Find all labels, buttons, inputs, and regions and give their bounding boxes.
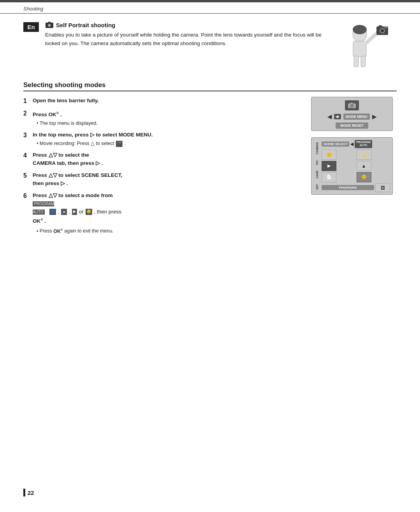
- section-title-bar: Selecting shooting modes: [23, 81, 397, 91]
- scene-icons-grid: 🙂 🌙 ▶ ▲ 📄 😊: [322, 150, 390, 182]
- auto-label: AUTO: [356, 144, 371, 147]
- page-container: Shooting En Self Portrait shooting Enabl…: [0, 0, 420, 512]
- step-6-note: Press OK≡ again to exit the menu.: [33, 226, 299, 235]
- step-1-content: Open the lens barrier fully.: [33, 97, 299, 105]
- step-5-content: Press △▽ to select SCENE SELECT,then pre…: [33, 171, 299, 188]
- instructions-column: 1 Open the lens barrier fully. 2 Press O…: [23, 97, 299, 239]
- svg-point-2: [49, 24, 51, 26]
- mode-reset-label: MODE RESET: [336, 122, 368, 129]
- step-2-number: 2: [23, 109, 30, 118]
- menu-camera-icon: [345, 100, 359, 110]
- step-3-note: Movie recording: Press △ to select 🎬 .: [33, 140, 299, 147]
- left-arrow-icon: ◀: [327, 114, 332, 120]
- camera-svg-icon: [348, 102, 356, 108]
- main-content: En Self Portrait shooting Enables you to…: [0, 14, 420, 255]
- shooting-modes-section: Selecting shooting modes 1 Open the lens…: [23, 81, 397, 239]
- self-portrait-description: Enables you to take a picture of yoursel…: [45, 31, 328, 47]
- scene-cell-portrait: 🙂: [322, 150, 336, 160]
- scene-cell-text: 📄: [322, 172, 336, 182]
- svg-point-11: [381, 29, 384, 32]
- header-section: Shooting: [0, 2, 420, 14]
- page-bar: [23, 489, 25, 496]
- video-mode-icon: ▶: [72, 209, 77, 215]
- selfie-image-area: [334, 21, 397, 72]
- scene-cell-panorama: 🖼: [375, 183, 390, 192]
- step-2-note: The top menu is displayed.: [33, 120, 299, 127]
- face-mode-icon: 😊: [86, 209, 92, 215]
- step-6-number: 6: [23, 192, 30, 200]
- self-portrait-block: Self Portrait shooting Enables you to ta…: [45, 21, 328, 47]
- svg-point-5: [353, 25, 367, 34]
- step-2-text: Press OK≡ .: [33, 112, 62, 117]
- step-6-ok: OK≡ .: [33, 218, 46, 224]
- page-number-section: 22: [23, 489, 34, 496]
- set-label: SET: [316, 184, 318, 190]
- program-auto-box: PROGRAM AUTO: [355, 140, 372, 148]
- scene-cell-face: 😊: [357, 172, 371, 182]
- step-5: 5 Press △▽ to select SCENE SELECT,then p…: [23, 171, 299, 188]
- diagrams-column: ◀ ◀· MODE MENU ▶ MODE RESET: [311, 97, 397, 195]
- scene-cell-mountain: ▲: [357, 161, 371, 171]
- mode-menu-label: MODE MENU: [343, 114, 370, 120]
- step-2: 2 Press OK≡ . The top menu is displayed.: [23, 109, 299, 127]
- svg-point-18: [351, 105, 353, 107]
- step-3-number: 3: [23, 131, 30, 140]
- step-5-number: 5: [23, 171, 30, 180]
- step-6: 6 Press △▽ to select a mode from PROGRAM…: [23, 192, 299, 235]
- step-5-text: Press △▽ to select SCENE SELECT,then pre…: [33, 172, 122, 186]
- two-column-layout: 1 Open the lens barrier fully. 2 Press O…: [23, 97, 397, 239]
- step-3: 3 In the top menu, press ▷ to select MOD…: [23, 131, 299, 147]
- svg-rect-6: [353, 41, 366, 57]
- scene-select-box: SCENE SELECT: [322, 142, 349, 147]
- step-6-content: Press △▽ to select a mode from PROGRAMAU…: [33, 192, 299, 235]
- svg-rect-3: [48, 22, 51, 23]
- step-1: 1 Open the lens barrier fully.: [23, 97, 299, 105]
- pic-label: PIC: [316, 160, 318, 165]
- en-badge: En: [23, 22, 39, 32]
- scene-diagram: CAMERA PIC CARD SET SCENE SELECT ◀: [311, 137, 393, 195]
- step-3-text: In the top menu, press ▷ to select MODE …: [33, 132, 153, 138]
- menu-diagram: ◀ ◀· MODE MENU ▶ MODE RESET: [311, 97, 393, 131]
- svg-rect-15: [361, 56, 366, 67]
- selfie-illustration: [338, 23, 393, 70]
- right-arrow-icon: ▶: [372, 114, 376, 120]
- section-title: Selecting shooting modes: [23, 81, 106, 89]
- panorama-label: PANORAMA: [322, 185, 374, 190]
- header-label: Shooting: [23, 6, 43, 12]
- step-4-content: Press △▽ to select theCAMERA tab, then p…: [33, 151, 299, 168]
- self-portrait-heading: Self Portrait shooting: [56, 22, 116, 28]
- portrait-icon: [45, 21, 54, 28]
- scene-arrow: ◀: [350, 142, 354, 146]
- self-portrait-title: Self Portrait shooting: [45, 21, 328, 28]
- camera-label: CAMERA: [316, 142, 318, 154]
- page-number: 22: [28, 489, 34, 496]
- scene-cell-movie: ▶: [322, 161, 336, 171]
- mode-reset-row: MODE RESET: [336, 123, 368, 128]
- mode-menu-row: ◀ ◀· MODE MENU ▶: [315, 114, 388, 120]
- panorama-row: PANORAMA 🖼: [322, 183, 390, 192]
- step-6-text: Press △▽ to select a mode from: [33, 192, 113, 198]
- step-4-number: 4: [23, 151, 30, 160]
- program-label: PROGRAM: [356, 141, 371, 144]
- svg-rect-19: [350, 103, 353, 104]
- step-2-content: Press OK≡ . The top menu is displayed.: [33, 109, 299, 127]
- svg-rect-14: [354, 56, 359, 67]
- scene-main-content: SCENE SELECT ◀ PROGRAM AUTO 🙂: [322, 140, 390, 192]
- step-3-content: In the top menu, press ▷ to select MODE …: [33, 131, 299, 147]
- step-4-text: Press △▽ to select theCAMERA tab, then p…: [33, 152, 103, 166]
- card-label: CARD: [316, 171, 318, 178]
- scene-cell-night: 🌙: [357, 150, 371, 160]
- step-1-text: Open the lens barrier fully.: [33, 98, 99, 103]
- step-4: 4 Press △▽ to select theCAMERA tab, then…: [23, 151, 299, 168]
- en-section: En Self Portrait shooting Enables you to…: [23, 21, 397, 72]
- menu-diagram-inner: ◀ ◀· MODE MENU ▶ MODE RESET: [315, 100, 388, 128]
- step-6-mode-label: PROGRAMAUTO 👤 , ▲ , ▶ or 😊 , then press: [33, 201, 121, 215]
- step-1-number: 1: [23, 97, 30, 105]
- portrait-mode-icon: 👤: [49, 209, 56, 215]
- scene-sidebar-labels: CAMERA PIC CARD SET: [314, 140, 320, 192]
- svg-rect-12: [379, 25, 382, 27]
- scene-header-row: SCENE SELECT ◀ PROGRAM AUTO: [322, 140, 390, 148]
- movie-icon: 🎬: [116, 141, 122, 147]
- svg-rect-13: [384, 26, 387, 28]
- mountain-mode-icon: ▲: [61, 209, 67, 215]
